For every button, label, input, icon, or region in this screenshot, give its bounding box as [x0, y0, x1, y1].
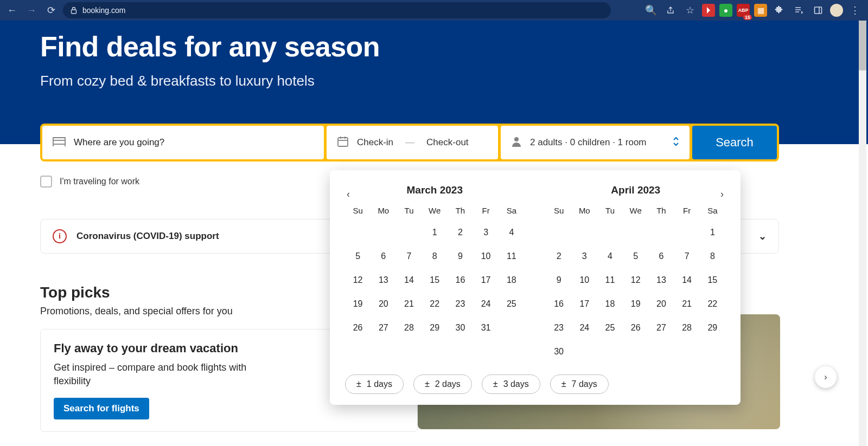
- hero-title: Find deals for any season: [40, 30, 828, 63]
- extensions-puzzle-icon[interactable]: [771, 3, 787, 18]
- bookmark-icon[interactable]: ☆: [682, 3, 698, 18]
- calendar-day[interactable]: 30: [546, 340, 572, 364]
- calendar-day[interactable]: 3: [473, 221, 499, 244]
- calendar-day[interactable]: 29: [700, 316, 725, 340]
- extension-adblock-icon[interactable]: ABP 15: [737, 4, 750, 17]
- extension-green-icon[interactable]: ●: [719, 4, 732, 17]
- flexible-date-chip[interactable]: ±2 days: [413, 374, 472, 394]
- calendar-day[interactable]: 16: [546, 292, 572, 316]
- calendar-day[interactable]: 31: [473, 316, 499, 340]
- calendar-day[interactable]: 21: [396, 292, 422, 316]
- destination-field[interactable]: [42, 126, 324, 159]
- flexible-date-chip[interactable]: ±1 days: [345, 374, 404, 394]
- scrollbar-track[interactable]: [859, 21, 866, 446]
- flexible-date-chip[interactable]: ±7 days: [550, 374, 609, 394]
- reading-list-icon[interactable]: [791, 3, 806, 18]
- profile-avatar[interactable]: [830, 4, 843, 17]
- calendar-day[interactable]: 22: [422, 292, 448, 316]
- calendar-day[interactable]: 28: [674, 316, 700, 340]
- calendar-day[interactable]: 15: [700, 268, 725, 292]
- svg-point-8: [514, 137, 519, 141]
- calendar-day[interactable]: 19: [345, 292, 371, 316]
- calendar-day[interactable]: 23: [448, 292, 473, 316]
- calendar-day[interactable]: 20: [648, 292, 674, 316]
- calendar-day[interactable]: 8: [700, 244, 725, 268]
- calendar-day[interactable]: 10: [473, 244, 499, 268]
- calendar-day[interactable]: 5: [345, 244, 371, 268]
- calendar-day[interactable]: 1: [700, 221, 725, 244]
- calendar-day[interactable]: 25: [597, 316, 623, 340]
- destination-input[interactable]: [74, 137, 314, 148]
- weekday-header: We: [623, 206, 648, 221]
- calendar-day[interactable]: 21: [674, 292, 700, 316]
- calendar-day[interactable]: 12: [345, 268, 371, 292]
- calendar-day[interactable]: 4: [499, 221, 524, 244]
- plus-minus-icon: ±: [356, 379, 361, 389]
- calendar-day[interactable]: 9: [546, 268, 572, 292]
- calendar-day[interactable]: 14: [674, 268, 700, 292]
- calendar-day[interactable]: 30: [448, 316, 473, 340]
- carousel-next-button[interactable]: ›: [815, 366, 837, 388]
- calendar-day[interactable]: 22: [700, 292, 725, 316]
- calendar-day[interactable]: 19: [623, 292, 648, 316]
- extension-orange-icon[interactable]: ▦: [754, 4, 767, 17]
- calendar-day[interactable]: 12: [623, 268, 648, 292]
- calendar-day[interactable]: 2: [546, 244, 572, 268]
- calendar-day[interactable]: 16: [448, 268, 473, 292]
- address-bar[interactable]: booking.com: [63, 2, 611, 18]
- calendar-day[interactable]: 1: [422, 221, 448, 244]
- calendar-day[interactable]: 27: [648, 316, 674, 340]
- calendar-day[interactable]: 5: [623, 244, 648, 268]
- date-field[interactable]: Check-in — Check-out: [327, 126, 498, 159]
- calendar-day[interactable]: 7: [674, 244, 700, 268]
- calendar-day[interactable]: 27: [371, 316, 396, 340]
- zoom-icon[interactable]: 🔍: [643, 3, 659, 18]
- calendar-day[interactable]: 17: [572, 292, 597, 316]
- calendar-day[interactable]: 14: [396, 268, 422, 292]
- extension-pdf-icon[interactable]: [702, 4, 715, 17]
- calendar-day[interactable]: 10: [572, 268, 597, 292]
- calendar-day[interactable]: 20: [371, 292, 396, 316]
- promo-cta-button[interactable]: Search for flights: [54, 398, 149, 419]
- calendar-day[interactable]: 18: [597, 292, 623, 316]
- calendar-day[interactable]: 18: [499, 268, 524, 292]
- calendar-day[interactable]: 4: [597, 244, 623, 268]
- calendar-day[interactable]: 8: [422, 244, 448, 268]
- weekday-header: We: [422, 206, 448, 221]
- search-button[interactable]: Search: [692, 126, 777, 159]
- calendar-day[interactable]: 3: [572, 244, 597, 268]
- calendar-day[interactable]: 7: [396, 244, 422, 268]
- calendar-day[interactable]: 23: [546, 316, 572, 340]
- occupancy-field[interactable]: 2 adults · 0 children · 1 room: [501, 126, 690, 159]
- calendar-day[interactable]: 26: [345, 316, 371, 340]
- calendar-day[interactable]: 29: [422, 316, 448, 340]
- calendar-day[interactable]: 2: [448, 221, 473, 244]
- calendar-day[interactable]: 11: [597, 268, 623, 292]
- weekday-header: Fr: [473, 206, 499, 221]
- calendar-day[interactable]: 15: [422, 268, 448, 292]
- forward-button[interactable]: →: [24, 3, 39, 18]
- side-panel-icon[interactable]: [810, 3, 826, 18]
- travel-for-work-checkbox[interactable]: [40, 176, 52, 188]
- back-button[interactable]: ←: [4, 3, 20, 18]
- calendar-day[interactable]: 24: [473, 292, 499, 316]
- calendar-grid-april: SuMoTuWeThFrSa 1234567891011121314151617…: [546, 206, 726, 364]
- flexible-date-chip[interactable]: ±3 days: [482, 374, 540, 394]
- calendar-day[interactable]: 6: [371, 244, 396, 268]
- chrome-menu-icon[interactable]: ⋮: [847, 3, 863, 18]
- calendar-day[interactable]: 9: [448, 244, 473, 268]
- scrollbar-thumb[interactable]: [859, 21, 866, 70]
- calendar-day[interactable]: 26: [623, 316, 648, 340]
- calendar-day[interactable]: 11: [499, 244, 524, 268]
- datepicker-prev-button[interactable]: ‹: [341, 186, 356, 202]
- calendar-day[interactable]: 6: [648, 244, 674, 268]
- datepicker-next-button[interactable]: ›: [714, 186, 730, 202]
- share-icon[interactable]: [663, 3, 678, 18]
- calendar-day[interactable]: 13: [648, 268, 674, 292]
- calendar-day[interactable]: 24: [572, 316, 597, 340]
- reload-button[interactable]: ⟳: [43, 3, 59, 18]
- calendar-day[interactable]: 25: [499, 292, 524, 316]
- calendar-day[interactable]: 13: [371, 268, 396, 292]
- calendar-day[interactable]: 28: [396, 316, 422, 340]
- calendar-day[interactable]: 17: [473, 268, 499, 292]
